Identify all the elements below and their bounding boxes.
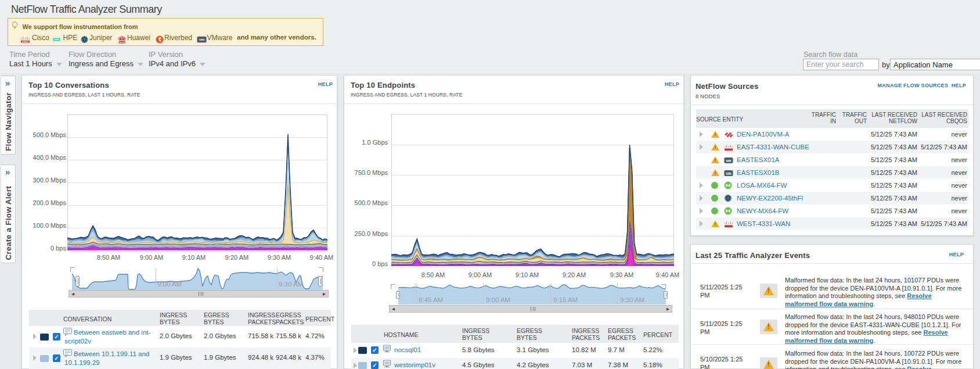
svg-text:CISCO: CISCO (22, 41, 28, 43)
svg-text:vm: vm (726, 171, 732, 175)
svg-text:HUAWEI: HUAWEI (118, 42, 125, 44)
svg-text:vm: vm (199, 38, 204, 42)
svg-text:vm: vm (726, 159, 732, 163)
